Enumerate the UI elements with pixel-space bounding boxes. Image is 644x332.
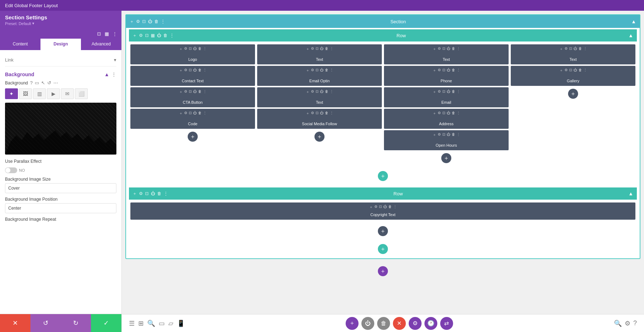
toolbar-tablet-icon[interactable]: ▱	[168, 319, 173, 327]
module-sm-label: Social Media Follow	[302, 122, 337, 126]
preset-label[interactable]: Preset: Default ▾	[5, 21, 116, 26]
module-phone[interactable]: ＋⚙⊡⏻🗑⋮ Phone	[384, 66, 509, 86]
row2-gear-icon[interactable]: ⚙	[139, 191, 143, 196]
row1-copy-icon[interactable]: ⊡	[145, 33, 149, 38]
toolbar-trash-btn[interactable]: 🗑	[377, 317, 390, 330]
section-add-icon[interactable]: ＋	[130, 19, 134, 25]
toolbar-gear2-icon[interactable]: ⚙	[625, 319, 630, 327]
row2-add-module-btn[interactable]: ＋	[378, 226, 388, 236]
sidebar-header-icons: ⊡ ▦ ⋮	[0, 29, 121, 39]
image-position-select[interactable]: Center Top Bottom Left Right	[5, 203, 116, 213]
module-open-hours[interactable]: ＋⚙⊡⏻🗑⋮ Open Hours	[384, 130, 509, 150]
toolbar-add-btn[interactable]: ＋	[346, 317, 359, 330]
section-more-icon[interactable]: ⋮	[161, 19, 165, 24]
parallax-toggle[interactable]: NO	[5, 167, 25, 173]
module-contact-text[interactable]: ＋⚙⊡⏻🗑⋮ Contact Text	[130, 66, 255, 86]
section-power-icon[interactable]: ⏻	[148, 19, 152, 24]
section-collapse-icon[interactable]: ▲	[631, 19, 636, 24]
bg-tab-color[interactable]: ✦	[5, 88, 18, 99]
cancel-button[interactable]: ✕	[0, 314, 30, 332]
more-bg-icon[interactable]: ⋮	[111, 72, 116, 77]
row2-delete-icon[interactable]: 🗑	[157, 191, 162, 196]
row2-power-icon[interactable]: ⏻	[151, 191, 155, 196]
tab-design[interactable]: Design	[40, 39, 81, 50]
toolbar-layout-btn[interactable]: ⇄	[440, 317, 453, 330]
add-section-btn[interactable]: ＋	[378, 244, 388, 254]
reset-icon[interactable]: ↺	[47, 80, 51, 86]
toolbar-mobile-icon[interactable]: 📱	[177, 319, 185, 327]
row-2-bar[interactable]: ＋ ⚙ ⊡ ⏻ 🗑 ⋮ Row ▲	[129, 187, 637, 200]
module-logo[interactable]: ＋⚙⊡⏻🗑⋮ Logo	[130, 44, 255, 64]
redo-button[interactable]: ↻	[61, 314, 91, 332]
cursor-icon[interactable]: ↖	[41, 80, 45, 86]
row1-columns-icon[interactable]: ▦	[151, 33, 155, 38]
col3-add-btn[interactable]: ＋	[441, 153, 451, 163]
toolbar-power-btn[interactable]: ⏻	[361, 317, 374, 330]
row1-collapse-icon[interactable]: ▲	[628, 33, 633, 38]
toolbar-search2-icon[interactable]: 🔍	[614, 319, 622, 327]
row1-gear-icon[interactable]: ⚙	[139, 33, 143, 38]
row-1-bar[interactable]: ＋ ⚙ ⊡ ▦ ⏻ 🗑 ⋮ Row ▲	[129, 29, 637, 42]
more-icon[interactable]: ⋮	[112, 31, 117, 36]
columns-icon[interactable]: ▦	[105, 31, 109, 36]
toolbar-help-icon[interactable]: ?	[633, 319, 637, 327]
module-text-2[interactable]: ＋⚙⊡⏻🗑⋮ Text	[257, 87, 382, 107]
bg-tab-pattern[interactable]: ✉	[61, 88, 74, 99]
row2-more-icon[interactable]: ⋮	[164, 191, 168, 196]
tab-content[interactable]: Content	[0, 39, 40, 50]
section-gear-icon[interactable]: ⚙	[136, 19, 140, 24]
toolbar-search-icon[interactable]: 🔍	[147, 319, 155, 327]
image-size-label: Background Image Size	[5, 177, 116, 182]
module-text-3[interactable]: ＋⚙⊡⏻🗑⋮ Text	[384, 44, 509, 64]
bg-tab-gradient[interactable]: ▥	[33, 88, 46, 99]
toolbar-desktop-icon[interactable]: ▭	[159, 319, 165, 327]
more-field-icon[interactable]: ⋯	[53, 80, 58, 86]
row1-more-icon[interactable]: ⋮	[170, 33, 174, 38]
row2-add-icon[interactable]: ＋	[133, 191, 137, 197]
col2-add-btn[interactable]: ＋	[314, 132, 325, 142]
row1-add-icon[interactable]: ＋	[133, 33, 137, 39]
row2-collapse-icon[interactable]: ▲	[628, 191, 633, 196]
module-cta-button[interactable]: ＋⚙⊡⏻🗑⋮ CTA Button	[130, 87, 255, 107]
bg-tab-none[interactable]: ⬜	[75, 88, 88, 99]
row1-add-row-btn[interactable]: ＋	[378, 171, 388, 181]
section-delete-icon[interactable]: 🗑	[154, 19, 159, 24]
module-copyright[interactable]: ＋⚙⊡⏻🗑⋮ Copyright Text	[130, 202, 635, 220]
row2-copy-icon[interactable]: ⊡	[145, 191, 149, 196]
toolbar-grid-icon[interactable]: ⊞	[138, 319, 144, 327]
section-copy-icon[interactable]: ⊡	[142, 19, 146, 24]
module-address[interactable]: ＋⚙⊡⏻🗑⋮ Address	[384, 109, 509, 129]
row1-power-icon[interactable]: ⏻	[157, 33, 161, 38]
col1-add-btn[interactable]: ＋	[188, 132, 198, 142]
bg-tab-video[interactable]: ▶	[47, 88, 60, 99]
fullscreen-icon[interactable]: ⊡	[97, 31, 101, 36]
col4-add-btn[interactable]: ＋	[568, 89, 578, 99]
module-logo-label: Logo	[188, 57, 197, 62]
device-icon[interactable]: ▭	[35, 80, 39, 86]
module-email-optin[interactable]: ＋⚙⊡⏻🗑⋮ Email Optin	[257, 66, 382, 86]
toolbar-menu-icon[interactable]: ☰	[129, 319, 135, 327]
toolbar-settings-btn[interactable]: ⚙	[409, 317, 422, 330]
help-icon[interactable]: ?	[30, 80, 33, 86]
module-gallery[interactable]: ＋⚙⊡⏻🗑⋮ Gallery	[511, 66, 635, 86]
collapse-bg-icon[interactable]: ▲	[104, 72, 109, 77]
module-code[interactable]: ＋⚙⊡⏻🗑⋮ Code	[130, 109, 255, 129]
row1-delete-icon[interactable]: 🗑	[163, 33, 168, 38]
undo-button[interactable]: ↺	[30, 314, 61, 332]
toolbar-close-btn[interactable]: ✕	[393, 317, 406, 330]
module-t4-icons: ＋⚙⊡⏻🗑⋮	[511, 47, 635, 52]
image-size-select[interactable]: Cover Contain Auto	[5, 183, 116, 193]
parallax-track[interactable]	[5, 167, 17, 173]
add-row-outer-btn[interactable]: ＋	[378, 266, 388, 276]
link-row[interactable]: Link ▾	[5, 54, 116, 67]
toolbar-history-btn[interactable]: 🕐	[424, 317, 437, 330]
tab-advanced[interactable]: Advanced	[81, 39, 121, 50]
module-text-4[interactable]: ＋⚙⊡⏻🗑⋮ Text	[511, 44, 635, 64]
save-button[interactable]: ✓	[91, 314, 121, 332]
module-email[interactable]: ＋⚙⊡⏻🗑⋮ Email	[384, 87, 509, 107]
module-text-1[interactable]: ＋⚙⊡⏻🗑⋮ Text	[257, 44, 382, 64]
module-social-media[interactable]: ＋⚙⊡⏻🗑⋮ Social Media Follow	[257, 109, 382, 129]
row-2: ＋ ⚙ ⊡ ⏻ 🗑 ⋮ Row ▲ ＋⚙⊡⏻🗑⋮	[126, 186, 640, 241]
bg-tab-image[interactable]: 🖼	[19, 88, 32, 99]
section-bar[interactable]: ＋ ⚙ ⊡ ⏻ 🗑 ⋮ Section ▲	[126, 15, 640, 28]
